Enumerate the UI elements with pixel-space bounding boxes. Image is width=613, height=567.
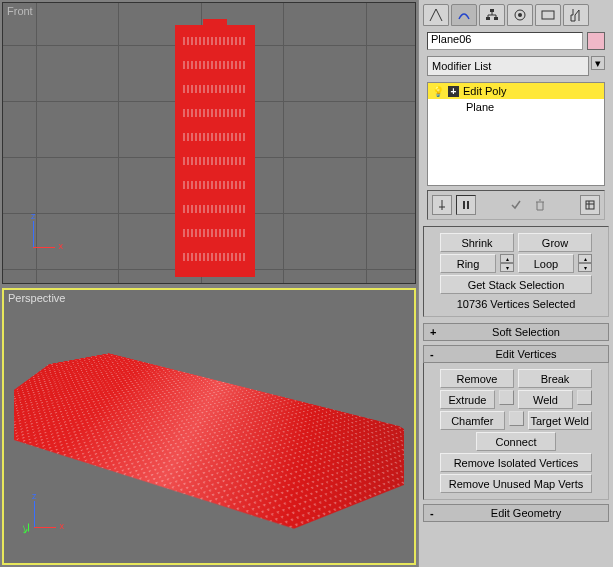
extrude-settings-button[interactable] (499, 390, 514, 405)
extrude-button[interactable]: Extrude (440, 390, 495, 409)
break-button[interactable]: Break (518, 369, 592, 388)
svg-point-4 (518, 13, 522, 17)
show-end-result-icon[interactable] (456, 195, 476, 215)
weld-settings-button[interactable] (577, 390, 592, 405)
svg-rect-7 (467, 201, 469, 209)
modifier-stack-toolbar (427, 190, 605, 220)
modifier-list-dropdown[interactable]: Modifier List (427, 56, 589, 76)
chamfer-settings-button[interactable] (509, 411, 524, 426)
remove-modifier-icon[interactable] (530, 195, 550, 215)
remove-isolated-button[interactable]: Remove Isolated Vertices (440, 453, 592, 472)
soft-selection-rollout-header[interactable]: + Soft Selection (423, 323, 609, 341)
modifier-stack[interactable]: 💡 + Edit Poly Plane (427, 82, 605, 186)
create-tab-icon[interactable] (423, 4, 449, 26)
svg-rect-6 (463, 201, 465, 209)
viewport-front-label: Front (7, 5, 33, 17)
mesh-object-front[interactable] (175, 25, 255, 277)
weld-button[interactable]: Weld (518, 390, 573, 409)
svg-rect-1 (486, 17, 490, 20)
target-weld-button[interactable]: Target Weld (528, 411, 593, 430)
utilities-tab-icon[interactable] (563, 4, 589, 26)
connect-button[interactable]: Connect (476, 432, 556, 451)
stack-item-label: Plane (466, 101, 494, 113)
rollout-toggle-icon: + (430, 326, 442, 338)
object-color-swatch[interactable] (587, 32, 605, 50)
get-stack-selection-button[interactable]: Get Stack Selection (440, 275, 592, 294)
rollout-title: Edit Vertices (450, 348, 602, 360)
selection-count-label: 10736 Vertices Selected (428, 296, 604, 312)
grow-button[interactable]: Grow (518, 233, 592, 252)
loop-spinner[interactable]: ▴▾ (578, 254, 592, 273)
command-panel: Plane06 Modifier List ▾ 💡 + Edit Poly Pl… (418, 0, 613, 567)
modify-tab-icon[interactable] (451, 4, 477, 26)
command-panel-tabs (419, 0, 613, 28)
svg-rect-5 (542, 11, 554, 19)
svg-rect-8 (586, 201, 594, 209)
viewport-perspective-label: Perspective (8, 292, 65, 304)
chamfer-button[interactable]: Chamfer (440, 411, 505, 430)
stack-item-label: Edit Poly (463, 85, 506, 97)
pin-stack-icon[interactable] (432, 195, 452, 215)
display-tab-icon[interactable] (535, 4, 561, 26)
lightbulb-icon[interactable]: 💡 (432, 86, 444, 97)
modifier-stack-item-editpoly[interactable]: 💡 + Edit Poly (428, 83, 604, 99)
rollout-title: Edit Geometry (450, 507, 602, 519)
configure-sets-icon[interactable] (580, 195, 600, 215)
object-name-input[interactable]: Plane06 (427, 32, 583, 50)
shrink-button[interactable]: Shrink (440, 233, 514, 252)
svg-rect-0 (490, 9, 494, 12)
remove-unused-button[interactable]: Remove Unused Map Verts (440, 474, 592, 493)
mesh-object-perspective[interactable] (14, 290, 404, 560)
dropdown-arrow-icon[interactable]: ▾ (591, 56, 605, 70)
axis-gizmo-perspective (26, 501, 66, 541)
motion-tab-icon[interactable] (507, 4, 533, 26)
rollout-toggle-icon: - (430, 348, 442, 360)
svg-rect-2 (494, 17, 498, 20)
loop-button[interactable]: Loop (518, 254, 574, 273)
expand-icon[interactable]: + (448, 86, 459, 97)
edit-geometry-rollout-header[interactable]: - Edit Geometry (423, 504, 609, 522)
modifier-stack-item-plane[interactable]: Plane (428, 99, 604, 115)
viewport-area: Front Perspective (0, 0, 418, 567)
make-unique-icon[interactable] (506, 195, 526, 215)
viewport-perspective[interactable]: Perspective (2, 288, 416, 565)
hierarchy-tab-icon[interactable] (479, 4, 505, 26)
rollout-title: Soft Selection (450, 326, 602, 338)
remove-button[interactable]: Remove (440, 369, 514, 388)
modifier-list-label: Modifier List (432, 60, 491, 72)
edit-vertices-rollout-header[interactable]: - Edit Vertices (423, 345, 609, 363)
axis-gizmo-front (25, 221, 65, 261)
viewport-front[interactable]: Front (2, 2, 416, 284)
ring-spinner[interactable]: ▴▾ (500, 254, 514, 273)
ring-button[interactable]: Ring (440, 254, 496, 273)
rollout-toggle-icon: - (430, 507, 442, 519)
